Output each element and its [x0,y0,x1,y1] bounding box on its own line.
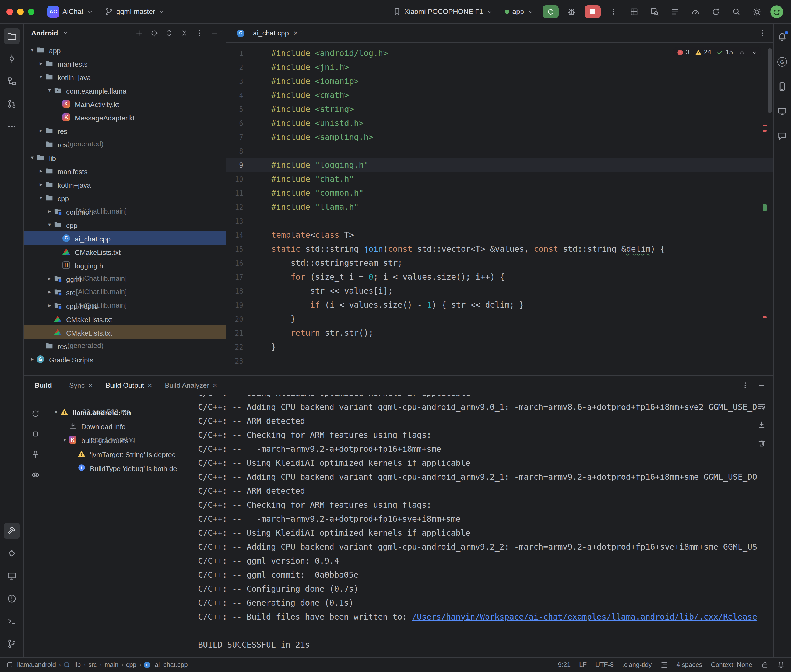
more-tool-windows-icon[interactable] [3,118,20,134]
close-tab-icon[interactable]: × [88,381,93,389]
project-tree-item-res[interactable]: res(generated) [24,137,226,150]
settings-gear-icon[interactable] [749,5,764,19]
close-tab-icon[interactable]: × [148,381,152,389]
project-tree-item-cpp[interactable]: cpp [24,191,226,204]
project-tree-item-src[interactable]: src[AiChat.lib.main] [24,285,226,299]
build-tab-build-output[interactable]: Build Output× [100,379,157,392]
project-tree-item-cpp-httplib[interactable]: cpp-httplib[AiChat.lib.main] [24,299,226,312]
tree-chevron-icon[interactable] [37,181,45,187]
add-icon[interactable] [133,27,145,39]
editor-tab-ai-chat-cpp[interactable]: C ai_chat.cpp × [231,24,303,43]
build-tool-window-icon[interactable] [3,523,20,539]
problems-tool-window-icon[interactable] [3,590,20,606]
sync-project-icon[interactable] [708,5,723,19]
project-tree-item-cpp[interactable]: cpp [24,218,226,231]
tree-chevron-icon[interactable] [45,208,54,214]
code-line[interactable]: 14template<class T> [226,228,773,242]
build-tree-item-jvmtarget-string-is-deprec[interactable]: 'jvmTarget: String' is deprec [47,446,193,461]
soft-wrap-icon[interactable] [756,400,767,412]
device-manager-icon[interactable] [774,78,790,94]
code-line[interactable]: 3#include <iomanip> [226,74,773,88]
commit-tool-window-icon[interactable] [3,51,20,67]
change-stripe-mark[interactable] [762,204,766,211]
build-tab-sync[interactable]: Sync× [64,379,98,392]
code-line[interactable]: 16 std::ostringstream str; [226,256,773,270]
project-tree-item-kotlin-java[interactable]: kotlin+java [24,70,226,83]
code-line[interactable]: 15static std::string join(const std::vec… [226,242,773,256]
structure-tool-window-icon[interactable] [3,73,20,89]
encoding-selector[interactable]: UTF-8 [595,661,614,669]
run-options-kebab-icon[interactable] [606,5,621,19]
close-tab-icon[interactable]: × [213,381,217,389]
pull-requests-icon[interactable] [3,96,20,112]
project-tree-item-logging-h[interactable]: Hlogging.h [24,258,226,272]
notifications-icon[interactable] [774,29,790,45]
locate-file-icon[interactable] [148,27,160,39]
app-inspection-icon[interactable] [647,5,662,19]
tree-chevron-icon[interactable] [28,154,37,160]
project-tool-window-icon[interactable] [3,28,20,44]
tree-chevron-icon[interactable] [60,437,69,443]
close-tab-icon[interactable]: × [294,29,298,37]
code-line[interactable]: 19 if (i < values.size() - 1) { str << d… [226,298,773,312]
code-line[interactable]: 8 [226,144,773,158]
project-tree-item-com-example-llama[interactable]: com.example.llama [24,83,226,97]
next-problem-icon[interactable] [751,49,757,56]
project-tree-item-cmakelists-txt[interactable]: CMakeLists.txt [24,312,226,325]
breadcrumb-item-ai-chat-cpp[interactable]: Cai_chat.cpp [144,661,188,669]
build-tree-item-llama-android-fin[interactable]: llama.android: fin22 sec, 583 ms [47,405,193,419]
tree-chevron-icon[interactable] [28,356,37,362]
build-tab-build-analyzer[interactable]: Build Analyzer× [159,379,222,392]
code-line[interactable]: 9#include "logging.h" [226,158,773,172]
caret-position[interactable]: 9:21 [558,661,571,669]
build-options-icon[interactable] [739,379,751,391]
build-console[interactable]: C/C++: -- Using KleidiAI optimized kerne… [193,395,773,657]
tree-chevron-icon[interactable] [28,47,37,53]
inspections-widget[interactable]: 3 24 15 [673,47,761,57]
assistant-icon[interactable] [774,128,790,144]
tree-chevron-icon[interactable] [37,74,45,80]
build-panel-title[interactable]: Build [34,381,52,389]
project-tree-item-gradle-scripts[interactable]: GGradle Scripts [24,352,226,366]
code-line[interactable]: 13 [226,214,773,228]
project-tree-item-app[interactable]: app [24,43,226,56]
device-mirroring-icon[interactable] [774,103,790,119]
build-tree-item-build-gradle-kts[interactable]: Kbuild.gradle.ktsapp 1 warning [47,433,193,446]
code-line[interactable]: 10#include "chat.h" [226,172,773,186]
tree-chevron-icon[interactable] [45,275,54,281]
code-line[interactable]: 20 } [226,312,773,326]
code-style-icon[interactable] [661,661,668,669]
chevron-down-icon[interactable] [63,30,69,36]
tree-chevron-icon[interactable] [37,128,45,133]
context-selector[interactable]: Context: None [711,661,752,669]
hide-panel-icon[interactable] [208,27,220,39]
branch-selector[interactable]: ggml-master [102,5,168,18]
project-tree-item-res[interactable]: res [24,124,226,137]
stop-app-button[interactable] [584,5,600,18]
layout-inspector-icon[interactable] [626,5,641,19]
build-output-path-link[interactable]: /Users/hanyin/Workspace/ai-chat/examples… [412,612,757,621]
close-window-button[interactable] [6,8,13,15]
clang-tidy-status[interactable]: .clang-tidy [622,661,651,669]
project-tree-item-common[interactable]: common[AiChat.lib.main] [24,204,226,218]
dependencies-tool-window-icon[interactable] [3,545,20,561]
logcat-icon[interactable] [667,5,682,19]
project-tree-item-ai-chat-cpp[interactable]: Cai_chat.cpp [24,231,226,245]
error-stripe-mark[interactable] [762,130,766,132]
code-area[interactable]: 1#include <android/log.h>2#include <jni.… [226,43,773,375]
line-ending-selector[interactable]: LF [579,661,587,669]
project-tree-item-res[interactable]: res(generated) [24,339,226,352]
warning-count-badge[interactable]: 24 [695,48,711,56]
zoom-window-button[interactable] [28,8,34,15]
project-tree-item-mainactivity-kt[interactable]: KMainActivity.kt [24,97,226,110]
build-tree-item-download-info[interactable]: Download info [47,419,193,433]
collapse-all-icon[interactable] [178,27,190,39]
running-devices-tool-window-icon[interactable] [3,568,20,584]
code-line[interactable]: 23 [226,354,773,368]
code-line[interactable]: 4#include <cmath> [226,88,773,102]
project-tree-item-ggml[interactable]: ggml[AiChat.lib.main] [24,272,226,285]
breadcrumb-item-lib[interactable]: lib [64,661,81,669]
tree-chevron-icon[interactable] [45,302,54,308]
passed-count-badge[interactable]: 15 [716,48,733,56]
breadcrumb-item-src[interactable]: src [88,661,97,669]
